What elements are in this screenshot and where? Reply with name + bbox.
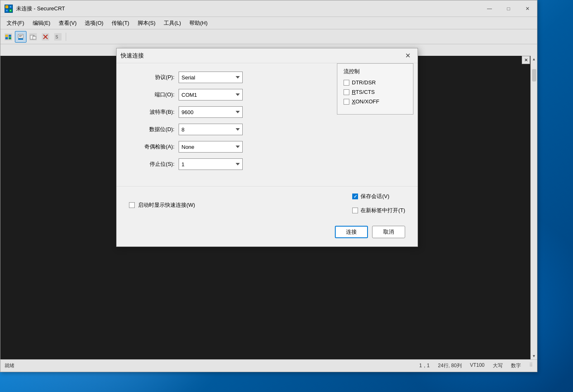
rts-cts-checkbox[interactable] <box>344 89 349 95</box>
dialog-close-button[interactable]: ✕ <box>402 50 413 62</box>
save-session-checkbox[interactable]: ✓ <box>352 194 358 199</box>
port-label: 端口(O): <box>129 91 179 98</box>
startup-label[interactable]: 启动时显示快速连接(W) <box>138 201 195 209</box>
rts-cts-row: RTS/CTS <box>344 89 407 95</box>
dtr-dsr-label[interactable]: DTR/DSR <box>352 79 376 86</box>
checkmark-icon: ✓ <box>353 194 357 199</box>
flow-control-section: 流控制 DTR/DSR RTS/CTS <box>337 63 413 115</box>
save-session-label[interactable]: 保存会话(V) <box>361 193 389 200</box>
stopbits-label: 停止位(S): <box>129 160 179 168</box>
dtr-dsr-checkbox[interactable] <box>344 80 349 86</box>
dialog-body: 协议(P): Serial SSH2 SSH1 Telnet 端口(O): CO… <box>117 63 418 186</box>
xon-xoff-checkbox[interactable] <box>344 99 349 105</box>
databits-select[interactable]: 8 7 6 5 <box>179 124 243 135</box>
databits-row: 数据位(D): 8 7 6 5 <box>129 124 405 135</box>
cancel-button[interactable]: 取消 <box>372 226 405 238</box>
save-session-row: ✓ 保存会话(V) <box>352 193 389 200</box>
session-options: ✓ 保存会话(V) 在新标签中打开(T) <box>352 193 405 218</box>
rts-cts-label[interactable]: RTS/CTS <box>352 89 375 95</box>
flow-control-box: 流控制 DTR/DSR RTS/CTS <box>337 63 413 115</box>
stopbits-select[interactable]: 1 1.5 2 <box>179 158 243 170</box>
dialog-overlay: 快速连接 ✕ 协议(P): Serial SSH2 SSH1 Telnet <box>0 0 537 372</box>
quick-connect-dialog: 快速连接 ✕ 协议(P): Serial SSH2 SSH1 Telnet <box>116 48 418 247</box>
xon-xoff-row: XON/XOFF <box>344 98 407 105</box>
protocol-label: 协议(P): <box>129 74 179 81</box>
open-in-tab-label[interactable]: 在新标签中打开(T) <box>361 207 405 214</box>
app-window: 未连接 - SecureCRT — □ ✕ 文件(F) 编辑(E) 查看(V) … <box>0 0 537 372</box>
baud-select[interactable]: 9600 19200 38400 57600 115200 <box>179 106 243 118</box>
flow-control-title: 流控制 <box>344 68 407 75</box>
dtr-dsr-row: DTR/DSR <box>344 79 407 86</box>
connect-button[interactable]: 连接 <box>335 226 368 238</box>
dialog-bottom-options: 启动时显示快速连接(W) ✓ 保存会话(V) 在新标签中打开(T) <box>117 186 418 226</box>
open-in-tab-checkbox[interactable] <box>352 208 358 213</box>
parity-row: 奇偶检验(A): None Even Odd Mark Space <box>129 141 405 153</box>
open-in-tab-row: 在新标签中打开(T) <box>352 207 405 214</box>
xon-xoff-label[interactable]: XON/XOFF <box>352 98 379 105</box>
protocol-select[interactable]: Serial SSH2 SSH1 Telnet <box>179 72 243 83</box>
dialog-title-bar: 快速连接 ✕ <box>117 48 418 63</box>
dialog-title: 快速连接 <box>121 52 144 60</box>
startup-checkbox[interactable] <box>129 202 135 208</box>
stopbits-row: 停止位(S): 1 1.5 2 <box>129 158 405 170</box>
parity-label: 奇偶检验(A): <box>129 143 179 151</box>
action-buttons: 连接 取消 <box>117 226 418 246</box>
parity-select[interactable]: None Even Odd Mark Space <box>179 141 243 153</box>
baud-label: 波特率(B): <box>129 108 179 116</box>
databits-label: 数据位(D): <box>129 126 179 133</box>
port-select[interactable]: COM1 COM2 COM3 COM4 <box>179 89 243 100</box>
startup-option: 启动时显示快速连接(W) <box>129 201 195 209</box>
